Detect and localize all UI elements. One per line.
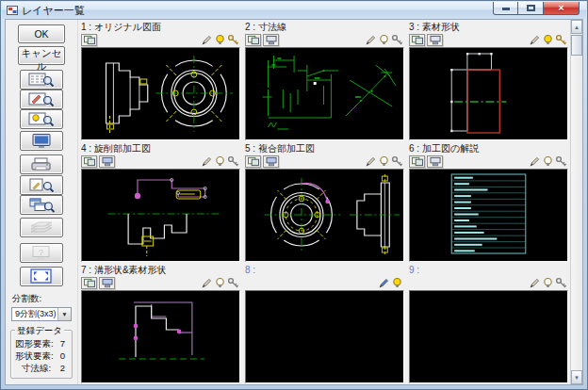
layer-panel-9: 9 : <box>406 263 570 384</box>
cancel-button[interactable]: キャンセル <box>18 46 65 65</box>
drawing-empty <box>246 291 403 382</box>
drawing-groove-material <box>82 291 239 382</box>
layer-preview-canvas[interactable] <box>245 169 404 262</box>
layer-panel-5: 5 : 複合部加工図 <box>242 141 406 263</box>
thumbnail-grid-magnifier-icon <box>27 71 56 89</box>
bulb-icon[interactable] <box>391 277 403 289</box>
tool-screen-info: ? <box>20 243 63 263</box>
division-count-label: 分割数: <box>12 293 77 305</box>
copy-icon[interactable] <box>81 155 97 168</box>
layer-grid: 1 : オリジナル図面 <box>78 20 570 384</box>
key-icon[interactable] <box>555 155 567 168</box>
device-icon[interactable] <box>263 155 279 168</box>
titlebar[interactable]: レイヤー一覧 × <box>2 2 586 19</box>
division-combobox[interactable]: 9分割(3x3) ▼ <box>11 307 72 321</box>
vertical-scrollbar[interactable]: ▲ ▼ <box>570 20 582 384</box>
tool-visibility-view[interactable] <box>20 109 63 129</box>
key-icon[interactable] <box>227 277 239 289</box>
window-controls: × <box>493 2 580 15</box>
layer-preview-canvas[interactable] <box>245 290 404 383</box>
copy-icon[interactable] <box>409 155 425 168</box>
panel-title: 3 : 素材形状 <box>409 22 568 33</box>
copy-icon[interactable] <box>245 34 261 46</box>
layer-preview-canvas[interactable] <box>81 169 240 262</box>
pencil-icon[interactable] <box>201 277 213 289</box>
key-icon[interactable] <box>227 155 239 168</box>
tool-layer-stack <box>20 218 63 237</box>
bulb-icon[interactable] <box>214 277 226 289</box>
tool-fit-view[interactable] <box>20 267 63 286</box>
key-icon[interactable] <box>391 34 403 46</box>
layer-preview-canvas[interactable] <box>81 290 240 383</box>
registered-data-title: 登録データ <box>15 325 64 337</box>
key-icon[interactable] <box>227 34 239 46</box>
bulb-icon[interactable] <box>214 34 226 46</box>
drawing-empty <box>410 291 567 382</box>
close-button[interactable]: × <box>543 2 580 15</box>
device-icon[interactable] <box>263 34 279 46</box>
tool-edit-zoom[interactable] <box>20 175 63 195</box>
copy-icon[interactable] <box>409 34 425 46</box>
scrollbar-thumb[interactable] <box>571 35 582 56</box>
drawing-process-notes-table <box>410 170 567 261</box>
tool-layer-thumbnail-view[interactable] <box>20 70 63 89</box>
tool-edit-state-view[interactable] <box>20 89 63 109</box>
minimize-button[interactable] <box>493 2 518 15</box>
layer-preview-canvas[interactable] <box>409 169 568 262</box>
panel-toolbar <box>245 33 404 47</box>
panel-title: 9 : <box>409 265 568 276</box>
panel-toolbar <box>81 154 240 169</box>
tool-print-layer[interactable] <box>20 154 63 174</box>
layer-preview-canvas[interactable] <box>409 47 568 140</box>
copy-icon[interactable] <box>81 277 97 289</box>
layers-stack-icon <box>27 219 56 236</box>
pencil-icon[interactable] <box>529 277 541 289</box>
bulb-icon[interactable] <box>378 34 390 46</box>
panel-title: 8 : <box>245 265 404 276</box>
layer-panel-8: 8 : <box>242 263 406 384</box>
ok-button[interactable]: OK <box>18 24 65 43</box>
copy-icon[interactable] <box>81 34 97 46</box>
fit-view-arrows-icon <box>27 268 56 285</box>
key-icon[interactable] <box>555 34 567 46</box>
drawing-turning-process <box>82 170 239 261</box>
panel-title: 5 : 複合部加工図 <box>245 143 404 154</box>
scroll-down-button[interactable]: ▼ <box>571 370 582 384</box>
layer-preview-canvas[interactable] <box>81 47 240 140</box>
pencil-icon[interactable] <box>365 155 377 168</box>
bulb-icon[interactable] <box>542 34 554 46</box>
maximize-button[interactable] <box>518 2 543 15</box>
bulb-icon[interactable] <box>542 155 554 168</box>
pencil-icon[interactable] <box>365 34 377 46</box>
key-icon[interactable] <box>555 277 567 289</box>
scroll-up-button[interactable]: ▲ <box>571 20 582 34</box>
copy-icon[interactable] <box>245 155 261 168</box>
windows-magnifier-icon <box>27 196 56 214</box>
bulb-icon[interactable] <box>542 277 554 289</box>
pencil-icon[interactable] <box>201 34 213 46</box>
device-icon[interactable] <box>427 155 443 168</box>
layer-panel-6: 6 : 加工図の解説 <box>406 141 570 263</box>
pencil-icon[interactable] <box>529 155 541 168</box>
svg-text:?: ? <box>39 248 43 257</box>
chevron-down-icon[interactable]: ▼ <box>57 308 71 320</box>
drawing-original <box>82 48 239 139</box>
key-icon[interactable] <box>391 155 403 168</box>
drawing-dimensions <box>246 48 403 139</box>
device-icon[interactable] <box>99 277 115 289</box>
pencil-icon[interactable] <box>378 277 390 289</box>
pencil-icon[interactable] <box>529 34 541 46</box>
tool-display-settings[interactable] <box>20 131 63 151</box>
bulb-icon[interactable] <box>378 155 390 168</box>
bulb-icon[interactable] <box>214 155 226 168</box>
dimension-lines-row: 寸法線: 2 <box>15 362 68 374</box>
monitor-icon <box>27 132 56 150</box>
pencil-icon[interactable] <box>201 155 213 168</box>
panel-toolbar <box>409 276 568 290</box>
panel-title: 7 : 溝形状&素材形状 <box>81 265 240 276</box>
layer-preview-canvas[interactable] <box>245 47 404 140</box>
device-icon[interactable] <box>99 155 115 168</box>
device-icon[interactable] <box>427 34 443 46</box>
layer-preview-canvas[interactable] <box>409 290 568 383</box>
tool-window-zoom[interactable] <box>20 195 63 215</box>
